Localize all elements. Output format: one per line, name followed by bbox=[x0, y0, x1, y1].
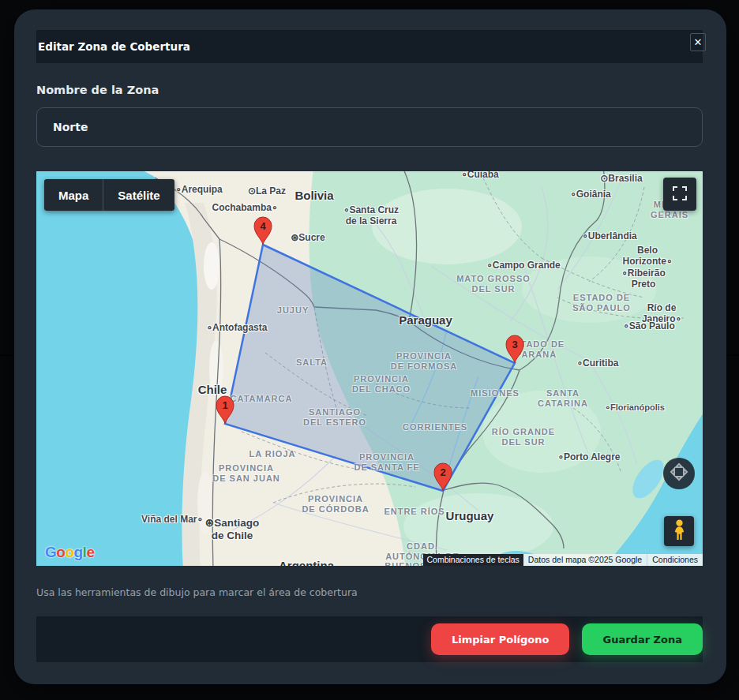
google-logo[interactable]: Google bbox=[45, 544, 94, 561]
svg-text:3: 3 bbox=[512, 339, 517, 350]
map-marker-4[interactable]: 4 bbox=[252, 215, 274, 245]
edit-zone-modal: Editar Zona de Cobertura ✕ Nombre de la … bbox=[14, 9, 726, 684]
pan-control[interactable] bbox=[663, 458, 695, 489]
map-attribution-bar: Combinaciones de teclas Datos del mapa ©… bbox=[423, 554, 703, 566]
terms-link[interactable]: Condiciones bbox=[647, 554, 703, 566]
svg-text:2: 2 bbox=[440, 466, 445, 478]
google-logo-letter: g bbox=[74, 544, 83, 560]
map-marker-3[interactable]: 3 bbox=[504, 333, 526, 363]
street-view-pegman[interactable] bbox=[664, 516, 694, 546]
zone-name-label: Nombre de la Zona bbox=[36, 84, 159, 96]
map-marker-2[interactable]: 2 bbox=[432, 461, 454, 491]
svg-text:1: 1 bbox=[222, 399, 227, 411]
zone-name-input[interactable]: Norte bbox=[36, 107, 703, 147]
modal-footer: Limpiar Polígono Guardar Zona bbox=[36, 616, 703, 662]
svg-text:4: 4 bbox=[260, 220, 266, 232]
close-button[interactable]: ✕ bbox=[690, 33, 706, 51]
map-data-attribution: Datos del mapa ©2025 Google bbox=[523, 554, 647, 566]
map-marker-1[interactable]: 1 bbox=[214, 394, 236, 424]
google-logo-letter: e bbox=[86, 544, 94, 560]
keyboard-shortcuts-button[interactable]: Combinaciones de teclas bbox=[423, 554, 523, 566]
save-zone-button[interactable]: Guardar Zona bbox=[582, 623, 703, 655]
google-logo-letter: o bbox=[65, 544, 73, 560]
google-logo-letter: o bbox=[56, 544, 65, 560]
helper-text: Usa las herramientas de dibujo para marc… bbox=[36, 586, 358, 598]
map-canvas[interactable]: ∘Arequipa⊙La PazBoliviaCochabamba∘∘Santa… bbox=[36, 171, 703, 566]
fullscreen-icon bbox=[673, 186, 687, 203]
google-logo-letter: G bbox=[45, 544, 56, 560]
clear-polygon-button[interactable]: Limpiar Polígono bbox=[431, 623, 570, 655]
pegman-icon bbox=[673, 519, 686, 544]
map-base-art bbox=[36, 171, 703, 566]
pan-arrows-icon bbox=[669, 462, 689, 485]
modal-header: Editar Zona de Cobertura bbox=[36, 30, 703, 63]
modal-title: Editar Zona de Cobertura bbox=[36, 40, 190, 53]
map-type-satelite-button[interactable]: Satélite bbox=[103, 179, 174, 211]
map-type-control: Mapa Satélite bbox=[44, 179, 174, 211]
fullscreen-button[interactable] bbox=[663, 178, 696, 211]
close-icon: ✕ bbox=[694, 36, 703, 48]
map-type-mapa-button[interactable]: Mapa bbox=[44, 179, 103, 211]
